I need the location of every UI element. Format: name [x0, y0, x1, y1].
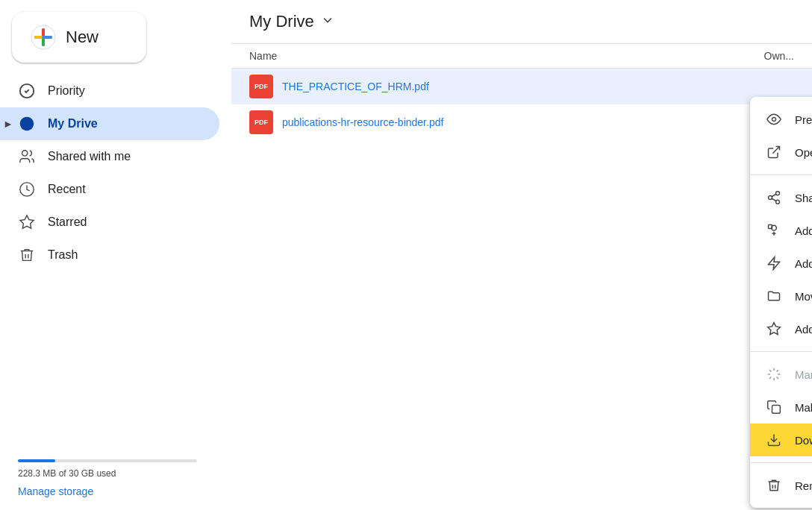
- manage-storage-link[interactable]: Manage storage: [18, 485, 93, 497]
- google-plus-icon: [30, 24, 57, 51]
- menu-item-label: Preview: [795, 113, 812, 126]
- clock-icon: [18, 180, 36, 198]
- svg-rect-23: [772, 406, 781, 414]
- pdf-icon: PDF: [249, 75, 273, 98]
- context-menu: Preview Open with ›: [750, 97, 812, 508]
- context-menu-move-to[interactable]: Move to: [750, 280, 812, 312]
- file-row[interactable]: PDF publications-hr-resource-binder.pdf: [231, 104, 812, 140]
- sidebar-item-label: Trash: [48, 248, 78, 262]
- sidebar-item-label: Priority: [48, 84, 85, 98]
- context-menu-preview[interactable]: Preview: [750, 103, 812, 136]
- sidebar-item-priority[interactable]: Priority: [0, 75, 219, 107]
- storage-usage-text: 228.3 MB of 30 GB used: [18, 468, 213, 479]
- drive-title: My Drive: [249, 12, 314, 31]
- context-menu-remove[interactable]: Remove: [750, 469, 812, 502]
- sidebar-item-starred[interactable]: Starred: [0, 206, 219, 239]
- svg-point-12: [776, 192, 780, 195]
- sidebar-item-label: Starred: [48, 215, 87, 229]
- main-content: My Drive Name Own... PDF THE_PRACTICE_OF…: [231, 0, 812, 510]
- sidebar-item-trash[interactable]: Trash: [0, 239, 219, 271]
- expand-arrow-icon: ►: [3, 118, 13, 130]
- sidebar-item-recent[interactable]: Recent: [0, 173, 219, 206]
- menu-divider: [750, 174, 812, 175]
- svg-line-11: [772, 147, 779, 154]
- storage-bar-background: [18, 459, 197, 462]
- sidebar-item-label: My Drive: [48, 117, 98, 130]
- context-menu-add-shortcut[interactable]: Add shortcut to Drive: [750, 247, 812, 280]
- context-menu-manage-versions: Manage versions: [750, 358, 812, 391]
- copy-icon: [765, 398, 783, 416]
- download-icon: [765, 431, 783, 449]
- drive-dropdown-arrow-icon[interactable]: [320, 13, 335, 31]
- svg-line-15: [772, 198, 776, 201]
- menu-item-label: Move to: [795, 290, 812, 303]
- context-menu-download[interactable]: Download 🖱: [750, 424, 812, 456]
- context-menu-open-with[interactable]: Open with ›: [750, 136, 812, 169]
- context-menu-add-starred[interactable]: Add to Starred: [750, 312, 812, 345]
- file-name: publications-hr-resource-binder.pdf: [282, 116, 443, 128]
- menu-item-label: Add to workspace: [795, 224, 812, 237]
- menu-item-label: Remove: [795, 479, 812, 492]
- eye-icon: [765, 110, 783, 128]
- star-icon: [18, 213, 36, 231]
- menu-item-label: Share: [795, 192, 812, 204]
- svg-line-16: [772, 194, 776, 196]
- sidebar-item-shared-with-me[interactable]: Shared with me: [0, 140, 219, 173]
- add-shortcut-icon: [765, 254, 783, 272]
- menu-divider: [750, 351, 812, 352]
- check-circle-icon: [18, 82, 36, 100]
- svg-rect-20: [769, 225, 772, 229]
- svg-point-7: [22, 151, 28, 156]
- trash-icon: [18, 246, 36, 264]
- new-button[interactable]: New: [12, 12, 146, 63]
- file-name: THE_PRACTICE_OF_HRM.pdf: [282, 81, 429, 92]
- sidebar-item-my-drive[interactable]: ► My Drive: [0, 107, 219, 140]
- sidebar: New Priority ► My Drive: [0, 0, 231, 510]
- svg-point-10: [772, 118, 776, 122]
- svg-point-13: [769, 196, 772, 200]
- menu-item-label: Add to Starred: [795, 323, 812, 336]
- context-menu-add-workspace[interactable]: Add to workspace ›: [750, 214, 812, 247]
- sidebar-item-label: Shared with me: [48, 150, 131, 163]
- menu-item-label: Add shortcut to Drive: [795, 257, 812, 270]
- menu-divider: [750, 462, 812, 463]
- new-button-label: New: [66, 28, 99, 47]
- delete-icon: [765, 476, 783, 494]
- add-workspace-icon: [765, 221, 783, 239]
- pdf-icon: PDF: [249, 110, 273, 134]
- svg-point-14: [776, 200, 780, 204]
- people-icon: [18, 148, 36, 166]
- share-icon: [765, 189, 783, 207]
- versions-icon: [765, 365, 783, 383]
- open-with-icon: [765, 143, 783, 161]
- storage-section: 228.3 MB of 30 GB used Manage storage: [0, 447, 231, 510]
- svg-marker-22: [768, 323, 781, 335]
- column-header-owner: Own...: [719, 50, 794, 62]
- menu-item-label: Manage versions: [795, 368, 812, 381]
- svg-marker-21: [769, 257, 780, 270]
- file-row[interactable]: PDF THE_PRACTICE_OF_HRM.pdf: [231, 69, 812, 104]
- column-header-name: Name: [249, 50, 719, 62]
- move-icon: [765, 287, 783, 305]
- menu-item-label: Open with: [795, 146, 812, 159]
- context-menu-make-copy[interactable]: Make a copy: [750, 391, 812, 424]
- drive-header: My Drive: [231, 0, 812, 44]
- sidebar-item-label: Recent: [48, 183, 86, 196]
- svg-marker-9: [20, 215, 34, 228]
- context-menu-share[interactable]: Share: [750, 181, 812, 214]
- file-table-header: Name Own...: [231, 44, 812, 69]
- menu-item-label: Make a copy: [795, 401, 812, 414]
- menu-item-label: Download: [795, 434, 812, 447]
- drive-icon: [18, 115, 36, 133]
- storage-bar-fill: [18, 459, 55, 462]
- star-outline-icon: [765, 320, 783, 338]
